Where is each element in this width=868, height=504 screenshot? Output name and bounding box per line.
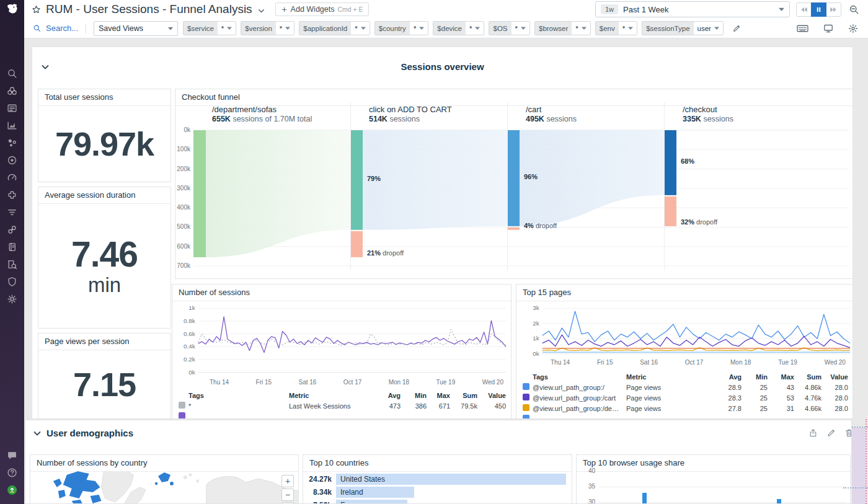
browser-bar[interactable]	[777, 499, 781, 504]
dashboards-icon[interactable]	[7, 120, 17, 131]
svg-text:0.4k: 0.4k	[184, 343, 195, 350]
widget-title: Top 10 browser usage share	[577, 455, 850, 472]
template-variable-env[interactable]: $env*	[595, 21, 637, 35]
dashboard-title-chevron-icon[interactable]	[257, 7, 265, 15]
search-icon[interactable]	[7, 68, 17, 79]
time-backward-button[interactable]	[796, 2, 812, 17]
svg-text:2k: 2k	[533, 320, 539, 327]
share-export-icon[interactable]	[808, 428, 818, 438]
chat-icon[interactable]	[7, 450, 17, 461]
search-icon[interactable]	[33, 24, 41, 32]
variable-value: *	[466, 22, 484, 35]
apm-gauge-icon[interactable]	[7, 172, 17, 183]
edit-section-pencil-icon[interactable]	[826, 428, 836, 438]
browser-bar[interactable]	[642, 493, 647, 504]
zoom-out-icon[interactable]	[849, 4, 859, 15]
dashboard-title: RUM - User Sessions - Funnel Analysis	[46, 2, 252, 16]
edit-variables-pencil-icon[interactable]	[732, 24, 741, 33]
variable-value: *	[512, 22, 529, 35]
caret-down-icon	[521, 27, 526, 30]
variable-name: $sessionType	[642, 22, 693, 35]
datadog-logo-icon[interactable]	[6, 2, 19, 16]
widget-number-of-sessions[interactable]: Number of sessions 0k0.2k0.4k0.6k0.8k1k …	[172, 284, 512, 419]
svg-text:600k: 600k	[177, 243, 191, 250]
variable-name: $browser	[535, 22, 572, 35]
legend-row[interactable]: *Last Week Sessions47338667179.5k450	[179, 400, 506, 411]
series-swatch	[523, 394, 529, 400]
time-forward-button[interactable]	[826, 2, 841, 17]
security-icon[interactable]	[7, 276, 17, 287]
legend-header: TagsMetricAvgMinMaxSumValue	[179, 390, 506, 400]
template-variable-sessionType[interactable]: $sessionTypeuser	[642, 21, 724, 35]
metric-value: 7.46	[71, 237, 138, 272]
country-row[interactable]: 24.27kUnited States	[303, 474, 572, 485]
fast-forward-icon	[830, 6, 838, 14]
widget-top-10-countries[interactable]: Top 10 countries 24.27kUnited States8.34…	[303, 454, 572, 504]
help-icon[interactable]	[7, 467, 17, 478]
template-variable-OS[interactable]: $OS*	[489, 21, 530, 35]
template-variable-device[interactable]: $device*	[433, 21, 484, 35]
monitors-icon[interactable]	[7, 155, 17, 166]
world-map[interactable]	[31, 471, 299, 504]
section-actions	[804, 428, 852, 438]
upgrade-icon[interactable]	[7, 485, 17, 495]
svg-text:0.2k: 0.2k	[184, 356, 195, 363]
variable-value: *	[276, 22, 294, 35]
x-tick-label: Thu 14	[210, 379, 229, 386]
template-variable-country[interactable]: $country*	[374, 21, 429, 35]
time-range-picker[interactable]: 1w Past 1 Week	[595, 1, 790, 17]
x-tick-label: Mon 18	[389, 379, 409, 386]
infrastructure-icon[interactable]	[7, 138, 17, 148]
template-variable-service[interactable]: $service*	[183, 21, 236, 35]
settings-network-icon[interactable]	[7, 294, 17, 304]
search-label[interactable]: Search...	[46, 24, 78, 33]
map-zoom-out-button[interactable]: −	[281, 489, 294, 501]
template-variable-applicationId[interactable]: $applicationId*	[299, 21, 370, 35]
legend-row[interactable]: @view.url_path_group:/cartPage views28.3…	[523, 392, 848, 403]
datadog-rum-dashboard: RUM - User Sessions - Funnel Analysis Ad…	[0, 0, 868, 504]
widget-browser-usage-share[interactable]: Top 10 browser usage share 403530	[576, 454, 851, 504]
integrations-icon[interactable]	[7, 190, 17, 200]
widget-top-15-pages[interactable]: Top 15 pages 0k1k2k3k Thu 14Fri 15Sat 16…	[516, 284, 853, 419]
binoculars-icon[interactable]	[7, 86, 17, 96]
svg-text:0k: 0k	[184, 126, 191, 133]
events-list-icon[interactable]	[7, 103, 17, 113]
country-row[interactable]: 8.34kIreland	[303, 487, 572, 498]
legend-row[interactable]: @view.url_path_group:/Page views28.92543…	[523, 382, 848, 392]
log-explorer-icon[interactable]	[7, 259, 17, 270]
variable-name: $applicationId	[299, 22, 351, 35]
country-row[interactable]: 7.59kFrance	[303, 500, 572, 504]
widget-total-user-sessions[interactable]: Total user sessions 79.97k	[38, 89, 171, 182]
widget-average-session-duration[interactable]: Average session duration 7.46 min	[38, 187, 171, 329]
delete-section-trash-icon[interactable]	[844, 428, 852, 438]
add-widgets-label: Add Widgets	[291, 5, 335, 14]
variable-name: $service	[184, 22, 218, 35]
notebooks-icon[interactable]	[7, 242, 17, 252]
saved-views-select[interactable]: Saved Views	[94, 21, 178, 36]
favorite-star-icon[interactable]	[32, 5, 41, 14]
keyboard-shortcuts-icon[interactable]	[797, 24, 808, 33]
widget-checkout-funnel[interactable]: Checkout funnel /department/sofas655K se…	[175, 89, 853, 279]
add-widgets-button[interactable]: Add Widgets Cmd + E	[275, 2, 369, 16]
legend-row-partial[interactable]	[179, 411, 506, 419]
chart-legend: TagsMetricAvgMinMaxSumValue*Last Week Se…	[179, 390, 506, 419]
widget-sessions-by-country-map[interactable]: Number of sessions by country + −	[30, 454, 299, 504]
edit-mode-dashed-guide	[843, 487, 868, 489]
svg-text:0.6k: 0.6k	[184, 330, 195, 337]
collapse-section-icon[interactable]	[32, 428, 42, 438]
template-variable-version[interactable]: $version*	[241, 21, 294, 35]
country-bar: Ireland	[336, 487, 414, 498]
tv-mode-icon[interactable]	[823, 24, 833, 33]
logs-filter-icon[interactable]	[7, 207, 17, 218]
pause-button[interactable]	[811, 2, 826, 17]
country-value: 24.27k	[303, 475, 336, 484]
service-map-icon[interactable]	[7, 224, 17, 235]
settings-gear-icon[interactable]	[848, 24, 858, 33]
legend-row-partial[interactable]	[523, 413, 848, 419]
variable-value: *	[572, 22, 590, 35]
template-variable-browser[interactable]: $browser*	[534, 21, 591, 35]
map-zoom-in-button[interactable]: +	[281, 475, 294, 487]
widget-page-views-per-session[interactable]: Page views per session 7.15	[38, 333, 171, 419]
edit-mode-dashed-border	[866, 419, 867, 504]
legend-row[interactable]: @view.url_path_group:/department/...Page…	[523, 403, 848, 413]
